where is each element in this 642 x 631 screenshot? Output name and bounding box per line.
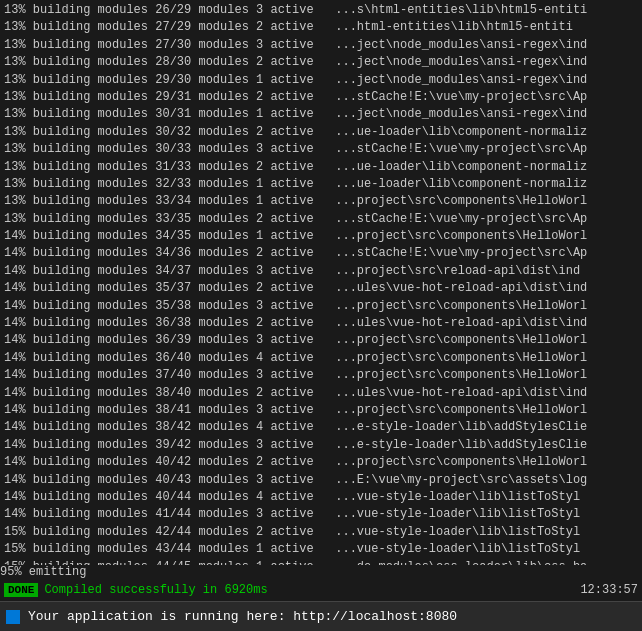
emitting-line: 95% emitting: [0, 565, 642, 579]
log-line: 14% building modules 36/40 modules 4 act…: [4, 350, 638, 367]
log-line: 14% building modules 36/39 modules 3 act…: [4, 332, 638, 349]
log-line: 13% building modules 30/32 modules 2 act…: [4, 124, 638, 141]
log-line: 13% building modules 30/31 modules 1 act…: [4, 106, 638, 123]
log-line: 14% building modules 35/38 modules 3 act…: [4, 298, 638, 315]
terminal: 13% building modules 26/29 modules 3 act…: [0, 0, 642, 631]
log-line: 14% building modules 39/42 modules 3 act…: [4, 437, 638, 454]
log-line: 14% building modules 34/35 modules 1 act…: [4, 228, 638, 245]
log-line: 14% building modules 35/37 modules 2 act…: [4, 280, 638, 297]
log-line: 13% building modules 26/29 modules 3 act…: [4, 2, 638, 19]
log-line: 14% building modules 40/44 modules 4 act…: [4, 489, 638, 506]
log-line: 14% building modules 38/41 modules 3 act…: [4, 402, 638, 419]
log-area: 13% building modules 26/29 modules 3 act…: [0, 0, 642, 565]
compiled-text: Compiled successfully in 6920ms: [44, 583, 580, 597]
log-line: 14% building modules 34/36 modules 2 act…: [4, 245, 638, 262]
log-line: 13% building modules 31/33 modules 2 act…: [4, 159, 638, 176]
done-badge: DONE: [4, 583, 38, 597]
log-line: 14% building modules 38/40 modules 2 act…: [4, 385, 638, 402]
log-line: 13% building modules 29/30 modules 1 act…: [4, 72, 638, 89]
log-line: 13% building modules 27/30 modules 3 act…: [4, 37, 638, 54]
log-line: 14% building modules 40/43 modules 3 act…: [4, 472, 638, 489]
log-line: 14% building modules 40/42 modules 2 act…: [4, 454, 638, 471]
log-line: 14% building modules 34/37 modules 3 act…: [4, 263, 638, 280]
log-line: 14% building modules 38/42 modules 4 act…: [4, 419, 638, 436]
log-line: 15% building modules 43/44 modules 1 act…: [4, 541, 638, 558]
log-line: 13% building modules 33/34 modules 1 act…: [4, 193, 638, 210]
timestamp: 12:33:57: [580, 583, 638, 597]
log-line: 15% building modules 42/44 modules 2 act…: [4, 524, 638, 541]
status-bar: DONE Compiled successfully in 6920ms 12:…: [0, 579, 642, 601]
log-line: 13% building modules 30/33 modules 3 act…: [4, 141, 638, 158]
log-line: 14% building modules 37/40 modules 3 act…: [4, 367, 638, 384]
log-line: 14% building modules 36/38 modules 2 act…: [4, 315, 638, 332]
log-line: 13% building modules 29/31 modules 2 act…: [4, 89, 638, 106]
app-bar: Your application is running here: http:/…: [0, 601, 642, 631]
log-line: 13% building modules 27/29 modules 2 act…: [4, 19, 638, 36]
log-line: 13% building modules 32/33 modules 1 act…: [4, 176, 638, 193]
app-url-text: Your application is running here: http:/…: [28, 609, 457, 624]
app-icon: [6, 610, 20, 624]
log-line: 13% building modules 33/35 modules 2 act…: [4, 211, 638, 228]
log-line: 13% building modules 28/30 modules 2 act…: [4, 54, 638, 71]
log-line: 14% building modules 41/44 modules 3 act…: [4, 506, 638, 523]
